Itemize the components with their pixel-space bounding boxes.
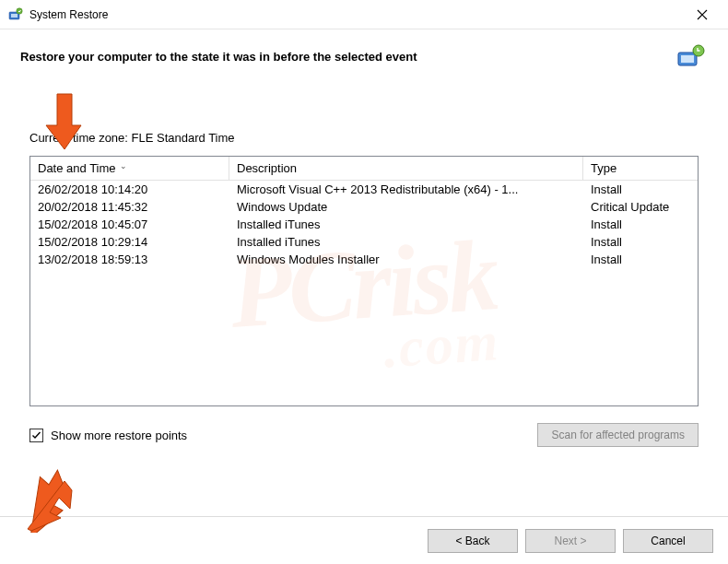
svg-rect-1 xyxy=(11,14,18,18)
cell-date: 20/02/2018 11:45:32 xyxy=(30,200,229,214)
column-desc-label: Description xyxy=(237,161,297,175)
options-row: Show more restore points Scan for affect… xyxy=(29,423,699,447)
cell-date: 26/02/2018 10:14:20 xyxy=(30,182,229,196)
next-button[interactable]: Next > xyxy=(525,529,616,553)
cell-date: 13/02/2018 18:59:13 xyxy=(30,253,229,266)
cancel-button[interactable]: Cancel xyxy=(623,529,713,553)
cell-description: Installed iTunes xyxy=(229,217,583,231)
list-body: 26/02/2018 10:14:20Microsoft Visual C++ … xyxy=(30,181,698,268)
restore-point-list[interactable]: Date and Time ⌄ Description Type 26/02/2… xyxy=(29,156,699,406)
button-strip: < Back Next > Cancel xyxy=(0,516,728,564)
app-icon xyxy=(7,6,24,23)
column-description[interactable]: Description xyxy=(229,157,583,180)
checkmark-icon xyxy=(31,430,41,441)
sort-indicator-icon: ⌄ xyxy=(120,161,127,170)
table-row[interactable]: 13/02/2018 18:59:13Windows Modules Insta… xyxy=(30,251,698,268)
content-area: Current time zone: FLE Standard Time Dat… xyxy=(0,76,728,447)
cell-date: 15/02/2018 10:29:14 xyxy=(30,235,229,249)
cell-description: Windows Modules Installer xyxy=(229,253,583,266)
cell-type: Critical Update xyxy=(583,200,698,214)
column-type[interactable]: Type xyxy=(583,157,698,180)
column-date[interactable]: Date and Time ⌄ xyxy=(30,157,229,180)
header-row: Restore your computer to the state it wa… xyxy=(0,29,728,76)
column-type-label: Type xyxy=(591,161,616,175)
restore-icon xyxy=(675,42,708,70)
cell-date: 15/02/2018 10:45:07 xyxy=(30,217,229,231)
table-row[interactable]: 15/02/2018 10:45:07Installed iTunesInsta… xyxy=(30,216,698,233)
back-button[interactable]: < Back xyxy=(428,529,518,553)
cell-type: Install xyxy=(583,253,698,266)
cell-description: Installed iTunes xyxy=(229,235,583,249)
cell-type: Install xyxy=(583,235,698,249)
show-more-checkbox[interactable] xyxy=(29,429,43,442)
window-title: System Restore xyxy=(29,8,108,21)
titlebar: System Restore xyxy=(0,0,728,29)
cell-description: Windows Update xyxy=(229,200,583,214)
scan-affected-button[interactable]: Scan for affected programs xyxy=(537,423,699,447)
table-row[interactable]: 20/02/2018 11:45:32Windows UpdateCritica… xyxy=(30,198,698,216)
page-headline: Restore your computer to the state it wa… xyxy=(20,50,675,64)
cell-type: Install xyxy=(583,217,698,231)
table-row[interactable]: 26/02/2018 10:14:20Microsoft Visual C++ … xyxy=(30,181,698,198)
show-more-label: Show more restore points xyxy=(51,429,187,442)
table-row[interactable]: 15/02/2018 10:29:14Installed iTunesInsta… xyxy=(30,233,698,251)
list-header: Date and Time ⌄ Description Type xyxy=(30,157,698,181)
timezone-label: Current time zone: FLE Standard Time xyxy=(29,131,699,145)
svg-point-2 xyxy=(17,7,22,13)
cell-description: Microsoft Visual C++ 2013 Redistributabl… xyxy=(229,182,583,196)
column-date-label: Date and Time xyxy=(38,161,116,175)
svg-rect-4 xyxy=(681,55,694,63)
close-button[interactable] xyxy=(684,2,721,28)
cell-type: Install xyxy=(583,182,698,196)
